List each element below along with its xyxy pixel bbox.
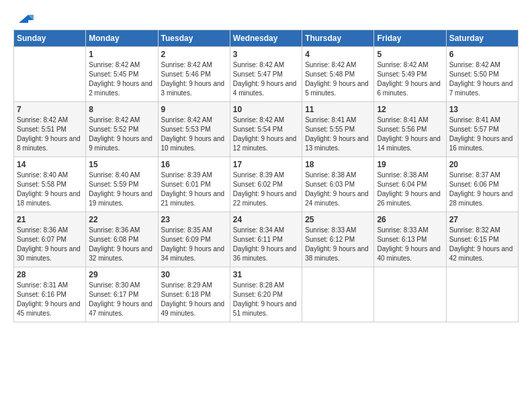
day-cell: 8Sunrise: 8:42 AMSunset: 5:52 PMDaylight… xyxy=(86,102,158,157)
day-info: Sunrise: 8:42 AMSunset: 5:45 PMDaylight:… xyxy=(89,60,154,98)
day-info: Sunrise: 8:36 AMSunset: 6:08 PMDaylight:… xyxy=(89,226,154,263)
header xyxy=(13,11,519,23)
week-row-1: 7Sunrise: 8:42 AMSunset: 5:51 PMDaylight… xyxy=(14,102,519,157)
weekday-header-row: SundayMondayTuesdayWednesdayThursdayFrid… xyxy=(14,30,519,47)
day-info: Sunrise: 8:40 AMSunset: 5:59 PMDaylight:… xyxy=(89,171,154,208)
day-cell xyxy=(302,267,374,322)
day-cell: 30Sunrise: 8:29 AMSunset: 6:18 PMDayligh… xyxy=(158,267,230,322)
weekday-monday: Monday xyxy=(86,30,158,47)
day-number: 29 xyxy=(89,270,154,279)
day-number: 19 xyxy=(377,160,443,169)
day-cell: 29Sunrise: 8:30 AMSunset: 6:17 PMDayligh… xyxy=(86,267,158,322)
day-cell: 15Sunrise: 8:40 AMSunset: 5:59 PMDayligh… xyxy=(86,157,158,212)
day-info: Sunrise: 8:41 AMSunset: 5:55 PMDaylight:… xyxy=(305,116,371,153)
day-cell: 18Sunrise: 8:38 AMSunset: 6:03 PMDayligh… xyxy=(302,157,374,212)
day-cell: 26Sunrise: 8:33 AMSunset: 6:13 PMDayligh… xyxy=(374,212,446,267)
day-cell: 13Sunrise: 8:41 AMSunset: 5:57 PMDayligh… xyxy=(446,102,518,157)
day-info: Sunrise: 8:42 AMSunset: 5:51 PMDaylight:… xyxy=(17,116,83,153)
day-info: Sunrise: 8:41 AMSunset: 5:56 PMDaylight:… xyxy=(377,116,443,153)
day-info: Sunrise: 8:42 AMSunset: 5:52 PMDaylight:… xyxy=(89,116,154,153)
day-number: 12 xyxy=(377,105,443,114)
day-number: 20 xyxy=(449,160,515,169)
day-info: Sunrise: 8:36 AMSunset: 6:07 PMDaylight:… xyxy=(17,226,83,263)
day-cell: 12Sunrise: 8:41 AMSunset: 5:56 PMDayligh… xyxy=(374,102,446,157)
day-cell: 19Sunrise: 8:38 AMSunset: 6:04 PMDayligh… xyxy=(374,157,446,212)
weekday-sunday: Sunday xyxy=(14,30,86,47)
day-number: 16 xyxy=(161,160,227,169)
day-number: 13 xyxy=(449,105,515,114)
day-info: Sunrise: 8:42 AMSunset: 5:46 PMDaylight:… xyxy=(161,60,227,98)
week-row-3: 21Sunrise: 8:36 AMSunset: 6:07 PMDayligh… xyxy=(14,212,519,267)
day-number: 10 xyxy=(233,105,299,114)
day-info: Sunrise: 8:38 AMSunset: 6:04 PMDaylight:… xyxy=(377,171,443,208)
day-info: Sunrise: 8:41 AMSunset: 5:57 PMDaylight:… xyxy=(449,116,515,153)
day-cell: 25Sunrise: 8:33 AMSunset: 6:12 PMDayligh… xyxy=(302,212,374,267)
day-number: 9 xyxy=(161,105,227,114)
day-cell: 17Sunrise: 8:39 AMSunset: 6:02 PMDayligh… xyxy=(230,157,302,212)
day-cell: 24Sunrise: 8:34 AMSunset: 6:11 PMDayligh… xyxy=(230,212,302,267)
day-number: 4 xyxy=(305,50,371,59)
day-number: 18 xyxy=(305,160,371,169)
day-number: 14 xyxy=(17,160,83,169)
day-info: Sunrise: 8:42 AMSunset: 5:47 PMDaylight:… xyxy=(233,60,299,98)
day-number: 15 xyxy=(89,160,154,169)
day-cell xyxy=(374,267,446,322)
day-info: Sunrise: 8:38 AMSunset: 6:03 PMDaylight:… xyxy=(305,171,371,208)
day-cell: 4Sunrise: 8:42 AMSunset: 5:48 PMDaylight… xyxy=(302,47,374,102)
day-number: 26 xyxy=(377,215,443,224)
day-info: Sunrise: 8:42 AMSunset: 5:48 PMDaylight:… xyxy=(305,60,371,98)
weekday-wednesday: Wednesday xyxy=(230,30,302,47)
day-info: Sunrise: 8:30 AMSunset: 6:17 PMDaylight:… xyxy=(89,281,154,318)
day-info: Sunrise: 8:40 AMSunset: 5:58 PMDaylight:… xyxy=(17,171,83,208)
day-cell: 28Sunrise: 8:31 AMSunset: 6:16 PMDayligh… xyxy=(14,267,86,322)
week-row-4: 28Sunrise: 8:31 AMSunset: 6:16 PMDayligh… xyxy=(14,267,519,322)
day-info: Sunrise: 8:33 AMSunset: 6:13 PMDaylight:… xyxy=(377,226,443,263)
day-info: Sunrise: 8:42 AMSunset: 5:50 PMDaylight:… xyxy=(449,60,515,98)
day-number: 31 xyxy=(233,270,299,279)
day-cell: 14Sunrise: 8:40 AMSunset: 5:58 PMDayligh… xyxy=(14,157,86,212)
day-number: 7 xyxy=(17,105,83,114)
day-cell: 9Sunrise: 8:42 AMSunset: 5:53 PMDaylight… xyxy=(158,102,230,157)
day-info: Sunrise: 8:37 AMSunset: 6:06 PMDaylight:… xyxy=(449,171,515,208)
day-number: 28 xyxy=(17,270,83,279)
day-number: 22 xyxy=(89,215,154,224)
day-cell: 2Sunrise: 8:42 AMSunset: 5:46 PMDaylight… xyxy=(158,47,230,102)
week-row-0: 1Sunrise: 8:42 AMSunset: 5:45 PMDaylight… xyxy=(14,47,519,102)
day-cell: 10Sunrise: 8:42 AMSunset: 5:54 PMDayligh… xyxy=(230,102,302,157)
day-number: 11 xyxy=(305,105,371,114)
day-info: Sunrise: 8:32 AMSunset: 6:15 PMDaylight:… xyxy=(449,226,515,263)
day-number: 27 xyxy=(449,215,515,224)
day-info: Sunrise: 8:33 AMSunset: 6:12 PMDaylight:… xyxy=(305,226,371,263)
day-number: 17 xyxy=(233,160,299,169)
day-info: Sunrise: 8:29 AMSunset: 6:18 PMDaylight:… xyxy=(161,281,227,318)
day-info: Sunrise: 8:42 AMSunset: 5:54 PMDaylight:… xyxy=(233,116,299,153)
weekday-tuesday: Tuesday xyxy=(158,30,230,47)
day-number: 30 xyxy=(161,270,227,279)
day-cell: 3Sunrise: 8:42 AMSunset: 5:47 PMDaylight… xyxy=(230,47,302,102)
day-number: 2 xyxy=(161,50,227,59)
day-cell xyxy=(446,267,518,322)
day-info: Sunrise: 8:42 AMSunset: 5:49 PMDaylight:… xyxy=(377,60,443,98)
day-cell: 16Sunrise: 8:39 AMSunset: 6:01 PMDayligh… xyxy=(158,157,230,212)
day-number: 8 xyxy=(89,105,154,114)
day-number: 25 xyxy=(305,215,371,224)
day-cell: 5Sunrise: 8:42 AMSunset: 5:49 PMDaylight… xyxy=(374,47,446,102)
day-info: Sunrise: 8:34 AMSunset: 6:11 PMDaylight:… xyxy=(233,226,299,263)
day-info: Sunrise: 8:42 AMSunset: 5:53 PMDaylight:… xyxy=(161,116,227,153)
day-number: 21 xyxy=(17,215,83,224)
day-number: 3 xyxy=(233,50,299,59)
weekday-thursday: Thursday xyxy=(302,30,374,47)
day-cell xyxy=(14,47,86,102)
day-cell: 22Sunrise: 8:36 AMSunset: 6:08 PMDayligh… xyxy=(86,212,158,267)
page: SundayMondayTuesdayWednesdayThursdayFrid… xyxy=(0,0,532,411)
day-number: 23 xyxy=(161,215,227,224)
day-cell: 20Sunrise: 8:37 AMSunset: 6:06 PMDayligh… xyxy=(446,157,518,212)
day-cell: 6Sunrise: 8:42 AMSunset: 5:50 PMDaylight… xyxy=(446,47,518,102)
day-info: Sunrise: 8:28 AMSunset: 6:20 PMDaylight:… xyxy=(233,281,299,318)
day-cell: 23Sunrise: 8:35 AMSunset: 6:09 PMDayligh… xyxy=(158,212,230,267)
day-number: 24 xyxy=(233,215,299,224)
day-number: 1 xyxy=(89,50,154,59)
day-number: 5 xyxy=(377,50,443,59)
day-cell: 7Sunrise: 8:42 AMSunset: 5:51 PMDaylight… xyxy=(14,102,86,157)
logo-icon xyxy=(15,11,35,26)
